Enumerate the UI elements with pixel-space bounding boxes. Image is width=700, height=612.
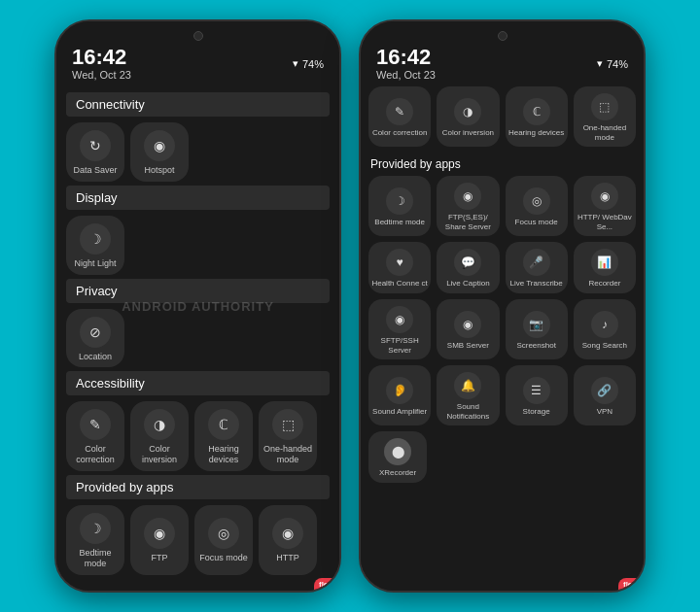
right-color-inversion-tile[interactable]: ◑ Color inversion xyxy=(437,86,499,147)
hearing-devices-icon: ℂ xyxy=(208,409,239,440)
smb-tile[interactable]: ◉ SMB Server xyxy=(437,299,499,359)
right-battery-icon: 74% xyxy=(607,58,628,70)
xrecorder-label: XRecorder xyxy=(379,468,416,478)
health-icon: ♥ xyxy=(386,249,413,276)
color-correction-label: Color correction xyxy=(70,444,121,465)
data-saver-icon: ↻ xyxy=(80,130,111,161)
live-caption-tile[interactable]: 💬 Live Caption xyxy=(437,242,499,293)
location-tile[interactable]: ⊘ Location xyxy=(66,309,124,368)
ftp-tile-left[interactable]: ◉ FTP xyxy=(130,505,189,575)
http-label-left: HTTP xyxy=(276,553,299,563)
sound-amplifier-icon: 👂 xyxy=(386,377,413,404)
bedtime-icon-left: ☽ xyxy=(80,513,111,544)
http-tile-left[interactable]: ◉ HTTP xyxy=(259,505,317,575)
sftp-tile[interactable]: ◉ SFTP/SSH Server xyxy=(368,299,431,359)
focus-label: Focus mode xyxy=(515,218,558,227)
flexi-badge-left: flexi xyxy=(314,578,339,591)
right-one-handed-icon: ⬚ xyxy=(591,93,618,120)
color-inversion-label: Color inversion xyxy=(134,444,185,465)
recorder-tile[interactable]: 📊 Recorder xyxy=(574,242,636,293)
display-header: Display xyxy=(66,186,330,210)
bedtime-tile[interactable]: ☽ Bedtime mode xyxy=(368,176,431,236)
focus-tile-left[interactable]: ◎ Focus mode xyxy=(194,505,253,575)
night-light-tile[interactable]: ☽ Night Light xyxy=(66,216,124,275)
right-one-handed-label: One-handed mode xyxy=(577,123,633,142)
health-label: Health Conne ct xyxy=(371,279,427,289)
flexi-badge-right: flexi xyxy=(618,578,644,591)
focus-icon-left: ◎ xyxy=(208,518,239,549)
one-handed-tile[interactable]: ⬚ One-handed mode xyxy=(259,401,317,471)
vpn-icon: 🔗 xyxy=(591,377,618,404)
hearing-devices-tile[interactable]: ℂ Hearing devices xyxy=(194,401,253,471)
color-correction-tile[interactable]: ✎ Color correction xyxy=(66,401,124,471)
focus-tile[interactable]: ◎ Focus mode xyxy=(506,176,568,236)
color-inversion-tile[interactable]: ◑ Color inversion xyxy=(130,401,189,471)
data-saver-label: Data Saver xyxy=(73,165,117,176)
ftp-tile[interactable]: ◉ FTP(S,ES)/ Share Server xyxy=(437,176,499,236)
sftp-icon: ◉ xyxy=(386,306,413,333)
sound-notifications-tile[interactable]: 🔔 Sound Notifications xyxy=(437,365,499,425)
hotspot-tile[interactable]: ◉ Hotspot xyxy=(130,122,189,182)
recorder-icon: 📊 xyxy=(591,249,618,276)
xrecorder-tile[interactable]: ⬤ XRecorder xyxy=(368,431,427,483)
battery-icon: 74% xyxy=(302,58,324,70)
privacy-header: Privacy xyxy=(66,279,330,303)
http-icon: ◉ xyxy=(591,183,618,210)
right-color-correction-label: Color correction xyxy=(372,128,427,138)
left-phone-content: Connectivity ↻ Data Saver ◉ Hotspot Disp… xyxy=(56,85,339,591)
screenshot-tile[interactable]: 📷 Screenshot xyxy=(506,299,568,359)
right-color-correction-tile[interactable]: ✎ Color correction xyxy=(368,86,431,147)
left-phone: 16:42 Wed, Oct 23 ▾ 74% Connectivity ↻ D… xyxy=(54,19,341,593)
focus-icon: ◎ xyxy=(523,187,550,215)
vpn-label: VPN xyxy=(597,407,612,417)
live-transcribe-icon: 🎤 xyxy=(523,249,550,276)
right-phone: 16:42 Wed, Oct 23 ▾ 74% ✎ Color correcti… xyxy=(359,19,646,593)
data-saver-tile[interactable]: ↻ Data Saver xyxy=(66,122,124,182)
right-status-icons: ▾ 74% xyxy=(597,57,628,70)
status-bar: 16:42 Wed, Oct 23 ▾ 74% xyxy=(56,45,339,85)
screenshot-icon: 📷 xyxy=(523,311,550,338)
night-light-icon: ☽ xyxy=(80,223,111,255)
camera-dot xyxy=(193,31,203,41)
right-hearing-devices-tile[interactable]: ℂ Hearing devices xyxy=(506,86,568,147)
right-color-inversion-label: Color inversion xyxy=(442,128,494,138)
date-display: Wed, Oct 23 xyxy=(72,69,131,81)
song-search-tile[interactable]: ♪ Song Search xyxy=(574,299,636,359)
vpn-tile[interactable]: 🔗 VPN xyxy=(574,365,636,425)
recorder-label: Recorder xyxy=(588,279,620,289)
one-handed-icon: ⬚ xyxy=(272,409,303,440)
right-color-correction-icon: ✎ xyxy=(386,98,413,125)
live-caption-icon: 💬 xyxy=(454,249,481,276)
bedtime-tile-left[interactable]: ☽ Bedtime mode xyxy=(66,505,124,575)
live-transcribe-tile[interactable]: 🎤 Live Transcribe xyxy=(506,242,568,293)
ftp-icon: ◉ xyxy=(454,183,481,210)
health-tile[interactable]: ♥ Health Conne ct xyxy=(368,242,431,293)
sound-amplifier-tile[interactable]: 👂 Sound Amplifier xyxy=(368,365,431,425)
http-tile[interactable]: ◉ HTTP/ WebDav Se... xyxy=(574,176,636,236)
http-label: HTTP/ WebDav Se... xyxy=(577,213,633,231)
right-provided-header: Provided by apps xyxy=(368,153,636,176)
connectivity-tiles: ↻ Data Saver ◉ Hotspot xyxy=(66,122,330,182)
sftp-label: SFTP/SSH Server xyxy=(371,336,428,355)
time-display: 16:42 xyxy=(72,47,131,68)
accessibility-header: Accessibility xyxy=(66,371,330,395)
night-light-label: Night Light xyxy=(74,258,116,269)
right-top-tiles: ✎ Color correction ◑ Color inversion ℂ H… xyxy=(368,86,636,147)
provided-apps-grid: ☽ Bedtime mode ◉ FTP(S,ES)/ Share Server… xyxy=(368,176,636,425)
screenshot-label: Screenshot xyxy=(516,341,555,351)
right-phone-content: ✎ Color correction ◑ Color inversion ℂ H… xyxy=(361,85,644,591)
bedtime-label: Bedtime mode xyxy=(374,218,425,227)
xrecorder-row: ⬤ XRecorder xyxy=(368,431,636,483)
right-status-bar: 16:42 Wed, Oct 23 ▾ 74% xyxy=(361,45,644,85)
right-hearing-devices-label: Hearing devices xyxy=(508,128,564,138)
storage-tile[interactable]: ☰ Storage xyxy=(506,365,568,425)
ftp-label: FTP(S,ES)/ Share Server xyxy=(439,213,496,231)
sound-notifications-label: Sound Notifications xyxy=(439,402,496,421)
live-transcribe-label: Live Transcribe xyxy=(510,279,563,289)
sound-amplifier-label: Sound Amplifier xyxy=(372,407,427,417)
hotspot-label: Hotspot xyxy=(144,165,174,176)
live-caption-label: Live Caption xyxy=(446,279,489,289)
song-search-label: Song Search xyxy=(582,341,627,351)
right-one-handed-tile[interactable]: ⬚ One-handed mode xyxy=(574,86,636,147)
hearing-devices-label: Hearing devices xyxy=(198,444,249,465)
